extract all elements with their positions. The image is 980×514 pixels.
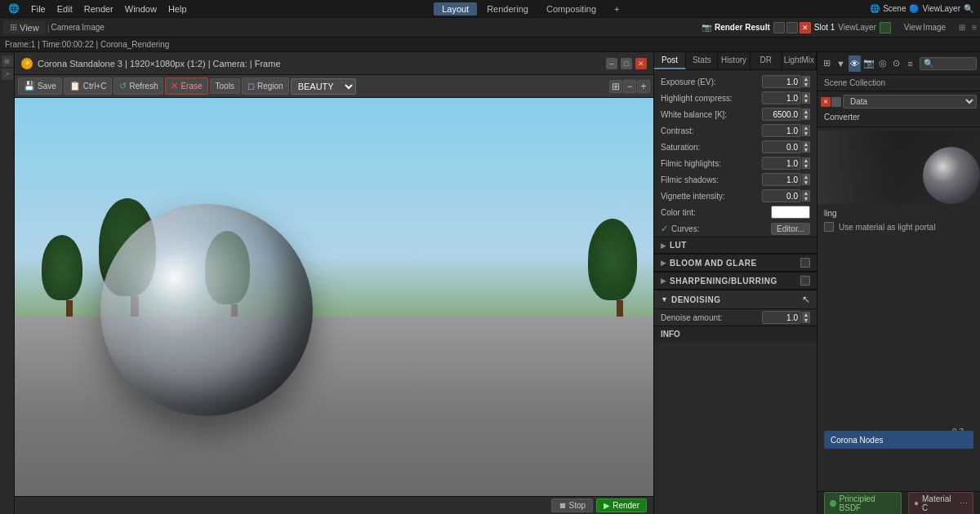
filter-icon-btn[interactable]: ▼ [835,55,847,72]
menu-file[interactable]: File [26,2,51,16]
comp-btn[interactable] [880,22,891,33]
highlight-up[interactable]: ▲ [802,92,810,98]
editor-tab-view[interactable]: ⊞ View [3,20,46,34]
curves-editor-btn[interactable]: Editor... [771,223,810,235]
camera-icon-btn[interactable]: 📷 [862,55,875,72]
data-dropdown[interactable]: Data [843,95,977,109]
ctrlc-btn[interactable]: 📋 Ctrl+C [64,78,113,95]
denoise-amount-value: ▲ ▼ [762,311,810,324]
whitebalance-up[interactable]: ▲ [802,109,810,114]
maximize-btn[interactable]: □ [621,58,632,69]
more-icon-btn[interactable]: ≡ [904,55,916,72]
sharpen-section-header[interactable]: ▶ SHARPENING/BLURRING [654,272,817,290]
left-toolbar-btn-2[interactable]: ↗ [2,69,13,80]
highlight-down[interactable]: ▼ [802,98,810,104]
filmic-highlights-up[interactable]: ▲ [802,157,810,163]
filmic-shadows-stepper: ▲ ▼ [802,174,810,185]
bloom-checkbox[interactable] [800,258,810,268]
render-icon-btn[interactable]: ◎ [876,55,889,72]
menu-window[interactable]: Window [120,2,162,16]
exposure-down[interactable]: ▼ [802,82,810,87]
saturation-input[interactable] [762,140,801,153]
search-input[interactable] [920,57,977,70]
copy-btn[interactable] [786,22,798,33]
region-btn[interactable]: ◻ Region [242,78,289,95]
denoise-amount-label: Denoise amount: [661,313,762,322]
vignette-up[interactable]: ▲ [802,190,810,196]
corona-titlebar: ☀ Corona Standalone 3 | 1920×1080px (1:2… [15,52,653,75]
exposure-up[interactable]: ▲ [802,76,810,82]
filmic-highlights-down[interactable]: ▼ [802,163,810,169]
tab-post[interactable]: Post [654,52,686,69]
tab-stats[interactable]: Stats [686,52,718,69]
zoom-fit-btn[interactable]: ⊞ [609,80,622,93]
vignette-label: Vignette intensity: [661,192,762,201]
denoise-amount-input[interactable] [762,311,801,324]
principled-bsdf-item[interactable]: Principled BSDF [824,492,902,515]
stop-btn[interactable]: ⏹ Stop [551,498,594,512]
filmic-shadows-value: ▲ ▼ [762,173,810,186]
tab-compositing[interactable]: Compositing [538,2,604,16]
saturation-up[interactable]: ▲ [802,141,810,147]
filmic-shadows-input[interactable] [762,173,801,186]
contrast-up[interactable]: ▲ [802,125,810,131]
tools-btn[interactable]: Tools [210,78,240,94]
vignette-input[interactable] [762,189,801,202]
close-btn[interactable]: ✕ [635,58,647,69]
use-material-checkbox[interactable] [824,222,834,232]
vignette-stepper: ▲ ▼ [802,190,810,202]
saturation-label: Saturation: [661,143,762,152]
zoom-in-btn[interactable]: + [637,80,650,93]
material-dots-icon: ⋯ [960,498,968,507]
highlight-input[interactable] [762,91,801,104]
data-close-1[interactable]: ✕ [821,97,831,107]
corona-nodes-item[interactable]: Corona Nodes [824,431,973,449]
tab-history[interactable]: History [718,52,750,69]
refresh-btn[interactable]: ↺ Refresh [114,78,163,95]
left-sidebar: ⊞ ↗ [0,52,15,514]
color-tint-swatch[interactable] [771,206,810,219]
minimize-btn[interactable]: – [606,58,617,69]
menu-render[interactable]: Render [79,2,118,16]
menu-help[interactable]: Help [163,2,192,16]
left-toolbar-btn-1[interactable]: ⊞ [2,55,13,67]
denoise-up[interactable]: ▲ [802,312,810,317]
post-panel: Post Stats History DR LightMix Exposure … [653,52,817,514]
close-slot-btn[interactable]: ✕ [800,22,811,33]
data-btn-2[interactable] [831,97,841,107]
material-btn[interactable]: ● Material C ⋯ [908,492,973,515]
exposure-input[interactable] [762,75,801,88]
filmic-shadows-down[interactable]: ▼ [802,179,810,185]
viewport-icon-btn[interactable]: ⊙ [890,55,902,72]
zoom-out-btn[interactable]: − [623,80,636,93]
render-btn[interactable]: ▶ Render [596,498,647,512]
eye-icon-btn[interactable]: 👁 [849,55,861,72]
tab-layout[interactable]: Layout [434,2,477,16]
vignette-down[interactable]: ▼ [802,196,810,202]
save-btn[interactable]: 💾 Save [18,78,62,95]
post-content: Exposure (EV): ▲ ▼ Highlight compress: ▲ [654,70,817,514]
sharpen-checkbox[interactable] [800,276,810,286]
menu-edit[interactable]: Edit [52,2,78,16]
filmic-shadows-up[interactable]: ▲ [802,174,810,179]
outliner-icon-btn[interactable]: ⊞ [821,55,833,72]
tab-add[interactable]: + [606,2,627,16]
camera-label: Camera [51,23,81,32]
contrast-down[interactable]: ▼ [802,131,810,136]
contrast-input[interactable] [762,124,801,137]
filmic-highlights-input[interactable] [762,157,801,170]
denoise-section-header[interactable]: ▼ DENOISING ↖ [654,290,817,309]
denoise-down[interactable]: ▼ [802,317,810,323]
tab-rendering[interactable]: Rendering [479,2,537,16]
saturation-down[interactable]: ▼ [802,147,810,153]
erase-btn[interactable]: ✕ Erase [165,78,207,95]
whitebalance-input[interactable] [762,108,801,121]
tab-dr[interactable]: DR [751,52,782,69]
pin-btn[interactable] [773,22,785,33]
bloom-section-header[interactable]: ▶ BLOOM AND GLARE [654,254,817,272]
lut-section-header[interactable]: ▶ LUT [654,237,817,254]
tab-lightmix[interactable]: LightMix [782,52,817,69]
render-scene [15,98,653,496]
whitebalance-down[interactable]: ▼ [802,114,810,120]
beauty-select[interactable]: BEAUTY DIFFUSE SPECULAR [291,78,356,95]
